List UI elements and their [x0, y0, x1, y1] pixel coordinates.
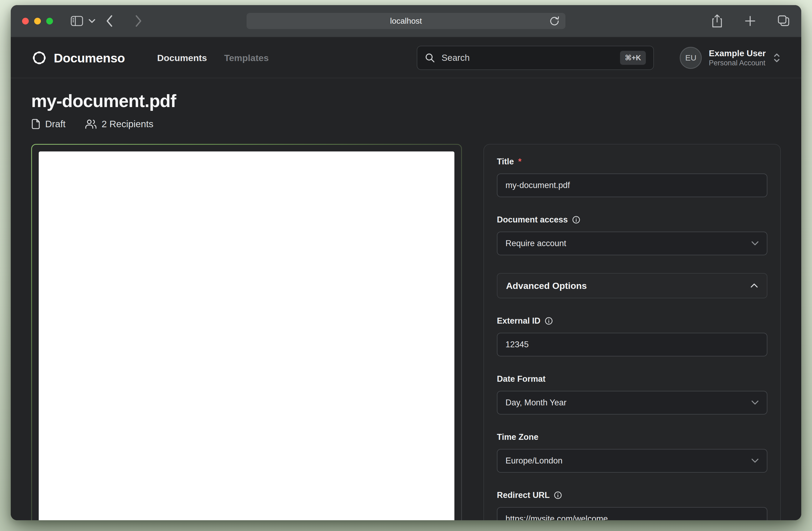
advanced-options-label: Advanced Options — [506, 281, 587, 291]
account-name: Example User — [709, 48, 766, 59]
address-bar-url: localhost — [390, 16, 422, 26]
date-format-group: Date Format Day, Month Year — [497, 374, 767, 415]
browser-toolbar: localhost — [11, 5, 801, 38]
nav-templates[interactable]: Templates — [224, 53, 269, 63]
new-tab-button[interactable] — [744, 15, 756, 27]
time-zone-select[interactable]: Europe/London — [497, 449, 767, 473]
back-button[interactable] — [105, 14, 114, 28]
window-minimize-button[interactable] — [34, 18, 41, 25]
info-icon — [545, 317, 553, 325]
file-icon — [31, 119, 40, 129]
advanced-options-toggle[interactable]: Advanced Options — [497, 273, 767, 298]
search-icon — [425, 53, 435, 63]
date-format-value: Day, Month Year — [506, 398, 566, 407]
search-input[interactable]: Search ⌘+K — [417, 46, 654, 70]
reload-button[interactable] — [549, 16, 560, 26]
info-icon — [554, 491, 562, 499]
time-zone-label: Time Zone — [497, 432, 538, 442]
external-id-label: External ID — [497, 316, 540, 326]
tab-overview-button[interactable] — [778, 15, 790, 27]
page-title: my-document.pdf — [31, 91, 781, 111]
info-icon — [572, 216, 580, 224]
title-field-group: Title * — [497, 157, 767, 197]
plus-icon — [744, 15, 756, 27]
avatar: EU — [680, 47, 702, 69]
external-id-group: External ID — [497, 316, 767, 356]
browser-window: localhost — [11, 5, 801, 520]
share-button[interactable] — [711, 14, 723, 28]
required-asterisk: * — [518, 157, 521, 167]
document-access-value: Require account — [506, 239, 566, 248]
document-editor-page: my-document.pdf Draft — [11, 78, 801, 520]
redirect-url-group: Redirect URL — [497, 490, 767, 520]
window-close-button[interactable] — [22, 18, 29, 25]
title-input[interactable] — [497, 173, 767, 197]
account-menu[interactable]: EU Example User Personal Account — [680, 47, 781, 69]
brand-name[interactable]: Documenso — [54, 51, 125, 66]
app-header: Documenso Documents Templates Search ⌘+K… — [11, 38, 801, 78]
address-bar[interactable]: localhost — [247, 13, 565, 29]
pdf-preview-card — [31, 144, 462, 520]
sidebar-toggle-button[interactable] — [71, 16, 83, 26]
document-access-select[interactable]: Require account — [497, 232, 767, 255]
chevron-down-icon — [751, 400, 759, 405]
nav-documents[interactable]: Documents — [157, 53, 207, 63]
sidebar-menu-button[interactable] — [88, 18, 96, 24]
sidebar-icon — [71, 16, 83, 26]
main-nav: Documents Templates — [157, 53, 269, 63]
time-zone-group: Time Zone Europe/London — [497, 432, 767, 473]
redirect-url-input[interactable] — [497, 507, 767, 520]
traffic-lights — [22, 18, 53, 25]
chevron-up-icon — [750, 283, 758, 288]
account-subtitle: Personal Account — [709, 59, 766, 68]
chevron-right-icon — [134, 14, 143, 28]
external-id-input[interactable] — [497, 333, 767, 356]
share-icon — [711, 14, 723, 28]
document-access-group: Document access Require account — [497, 215, 767, 255]
chevron-down-icon — [88, 18, 96, 24]
forward-button[interactable] — [134, 14, 143, 28]
chevron-down-icon — [751, 241, 759, 246]
users-icon — [85, 119, 97, 129]
app-root: Documenso Documents Templates Search ⌘+K… — [11, 38, 801, 520]
date-format-label: Date Format — [497, 374, 546, 384]
redirect-url-label: Redirect URL — [497, 490, 550, 500]
search-placeholder: Search — [441, 53, 470, 63]
pdf-page[interactable] — [39, 152, 454, 520]
recipients-label: 2 Recipients — [102, 119, 154, 129]
search-shortcut-badge: ⌘+K — [620, 51, 646, 65]
window-zoom-button[interactable] — [46, 18, 53, 25]
status-label: Draft — [45, 119, 66, 129]
reload-icon — [549, 16, 560, 26]
document-settings-panel: Title * Document access — [483, 144, 781, 520]
title-field-label: Title — [497, 157, 514, 167]
time-zone-value: Europe/London — [506, 456, 563, 465]
chevrons-up-down-icon — [773, 53, 781, 63]
document-meta-row: Draft 2 Recipients — [31, 119, 781, 129]
chevron-left-icon — [105, 14, 114, 28]
status-badge: Draft — [31, 119, 66, 129]
avatar-initials: EU — [685, 53, 696, 62]
document-access-label: Document access — [497, 215, 568, 225]
chevron-down-icon — [751, 458, 759, 463]
documenso-logo-icon[interactable] — [31, 50, 47, 66]
recipients-badge: 2 Recipients — [85, 119, 154, 129]
tabs-icon — [778, 15, 790, 27]
date-format-select[interactable]: Day, Month Year — [497, 391, 767, 415]
